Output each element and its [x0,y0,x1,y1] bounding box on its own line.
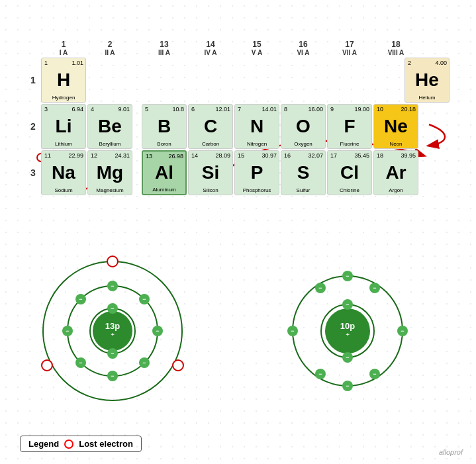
svg-text:−: − [111,373,114,379]
gap [134,40,140,56]
group-15-header: 15 V A [234,40,279,56]
periodic-table-section: 1 I A 2 II A 13 III A 14 IV A 15 V A 16 … [26,40,450,197]
svg-text:−: − [318,285,322,291]
svg-text:−: − [346,273,349,279]
svg-point-35 [173,360,183,371]
group-16-header: 16 VI A [281,40,326,56]
period-3-label: 3 [26,167,40,178]
aluminum-bohr-svg: 13p ⁺ − − − − − − − − − − − − − [36,255,189,407]
svg-text:−: − [318,371,322,377]
period-3-row: 3 11 22.99 Na Sodium 12 24.31 Mg Magnesi… [26,150,450,195]
aluminum-bohr-diagram: 13p ⁺ − − − − − − − − − − − − − [36,255,189,410]
group-13-header: 13 III A [142,40,187,56]
element-Be: 4 9.01 Be Beryllium [87,104,132,149]
svg-text:−: − [156,328,159,334]
group-18-header: 18 VIII A [373,40,418,56]
element-Si: 14 28.09 Si Silicon [188,150,233,195]
period-1-row: 1 1 1.01 H Hydrogen 2 4.00 He Helium [26,58,450,103]
element-O: 8 16.00 O Oxygen [281,104,326,149]
element-Cl: 17 35.45 Cl Chlorine [327,150,372,195]
svg-point-39 [325,308,370,353]
period-1-label: 1 [26,75,40,85]
svg-text:−: − [79,359,82,366]
svg-text:13p: 13p [105,321,120,331]
group-2-header: 2 II A [87,40,132,56]
element-H: 1 1.01 H Hydrogen [41,58,86,103]
svg-text:10p: 10p [340,321,355,331]
svg-text:−: − [79,296,82,302]
svg-text:−: − [142,296,146,302]
legend-box: Legend Lost electron [20,436,142,452]
group-headers: 1 I A 2 II A 13 III A 14 IV A 15 V A 16 … [41,40,450,56]
group-14-header: 14 IV A [188,40,233,56]
svg-text:⁺: ⁺ [346,332,350,340]
group-17-header: 17 VII A [327,40,372,56]
lost-electron-label: Lost electron [79,439,133,449]
svg-text:⁺: ⁺ [111,332,115,340]
period-2-row: 2 3 6.94 Li Lithium 4 9.01 Be Beryllium … [26,104,450,149]
element-C: 6 12.01 C Carbon [188,104,233,149]
svg-text:−: − [66,328,69,334]
element-Al: 13 26.98 Al Aluminum [142,150,187,195]
svg-text:−: − [142,359,146,366]
group-1-header: 1 I A [41,40,86,56]
svg-text:−: − [373,285,376,291]
svg-text:−: − [111,350,114,357]
element-Ar: 18 39.95 Ar Argon [373,150,418,195]
svg-point-34 [107,256,118,267]
element-He: 2 4.00 He Helium [405,58,450,103]
lost-electron-icon [64,440,73,449]
neon-bohr-diagram: 10p ⁺ − − − − − − − − − − [285,268,410,396]
svg-text:−: − [291,328,294,334]
watermark: alloprof [439,448,463,456]
svg-point-36 [42,360,52,371]
element-Na: 11 22.99 Na Sodium [41,150,86,195]
svg-text:−: − [401,328,404,334]
svg-text:−: − [373,371,376,377]
element-B: 5 10.8 B Boron [142,104,187,149]
legend-label: Legend [28,439,59,449]
svg-text:−: − [111,305,114,312]
element-Ne: 10 20.18 Ne Neon [373,104,418,149]
element-P: 15 30.97 P Phosphorus [234,150,279,195]
element-Li: 3 6.94 Li Lithium [41,104,86,149]
neon-bohr-svg: 10p ⁺ − − − − − − − − − − [285,268,410,394]
element-N: 7 14.01 N Nitrogen [234,104,279,149]
svg-text:−: − [346,354,349,361]
period-2-label: 2 [26,121,40,132]
element-Mg: 12 24.31 Mg Magnesium [87,150,132,195]
svg-text:−: − [346,301,349,308]
svg-text:−: − [111,283,114,289]
svg-text:−: − [346,383,349,389]
element-S: 16 32.07 S Sulfur [281,150,326,195]
svg-point-5 [93,311,132,351]
element-F: 9 19.00 F Fluorine [327,104,372,149]
